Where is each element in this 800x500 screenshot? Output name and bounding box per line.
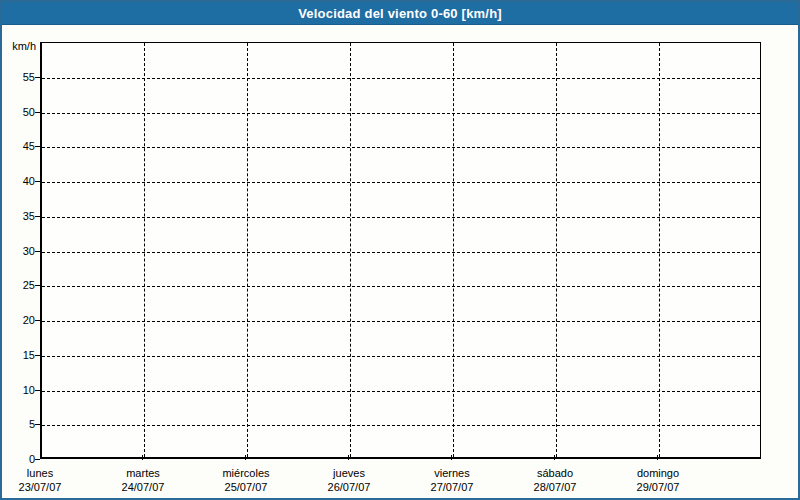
x-tick-label: lunes23/07/07	[0, 466, 95, 494]
y-tick-mark	[35, 181, 40, 182]
day-date: 28/07/07	[500, 480, 610, 494]
y-tick-label: 40	[2, 174, 35, 188]
y-gridline	[42, 217, 760, 218]
y-tick-label: 20	[2, 313, 35, 327]
y-gridline	[42, 391, 760, 392]
y-tick-label: 55	[2, 70, 35, 84]
y-gridline	[42, 321, 760, 322]
x-tick-label: miércoles25/07/07	[191, 466, 301, 494]
day-date: 29/07/07	[603, 480, 713, 494]
y-gridline	[42, 182, 760, 183]
y-tick-label: 10	[2, 383, 35, 397]
x-tick-mark	[657, 455, 658, 460]
x-tick-mark	[554, 455, 555, 460]
x-gridline	[247, 43, 248, 457]
chart-window: Velocidad del viento 0-60 [km/h] km/h 05…	[0, 0, 800, 500]
y-gridline	[42, 252, 760, 253]
y-tick-mark	[35, 390, 40, 391]
y-tick-label: 15	[2, 348, 35, 362]
plot-area	[40, 42, 761, 459]
y-tick-mark	[35, 216, 40, 217]
x-tick-label: viernes27/07/07	[397, 466, 507, 494]
y-gridline	[42, 356, 760, 357]
x-gridline	[453, 43, 454, 457]
y-tick-label: 30	[2, 244, 35, 258]
y-tick-label: 0	[2, 452, 35, 466]
x-gridline	[350, 43, 351, 457]
x-tick-label: sábado28/07/07	[500, 466, 610, 494]
y-tick-mark	[35, 459, 40, 460]
x-tick-label: martes24/07/07	[88, 466, 198, 494]
y-tick-label: 50	[2, 105, 35, 119]
y-tick-mark	[35, 77, 40, 78]
y-tick-mark	[35, 424, 40, 425]
x-tick-label: jueves26/07/07	[294, 466, 404, 494]
x-tick-mark	[451, 455, 452, 460]
y-gridline	[42, 425, 760, 426]
y-tick-label: 45	[2, 139, 35, 153]
y-gridline	[42, 113, 760, 114]
y-tick-mark	[35, 355, 40, 356]
day-date: 24/07/07	[88, 480, 198, 494]
x-tick-mark	[245, 455, 246, 460]
y-tick-mark	[35, 320, 40, 321]
y-tick-mark	[35, 112, 40, 113]
x-tick-label: domingo29/07/07	[603, 466, 713, 494]
y-gridline	[42, 78, 760, 79]
day-date: 27/07/07	[397, 480, 507, 494]
y-tick-label: 25	[2, 278, 35, 292]
y-gridline	[42, 147, 760, 148]
x-gridline	[144, 43, 145, 457]
y-tick-label: 35	[2, 209, 35, 223]
day-name: viernes	[397, 466, 507, 480]
y-tick-mark	[35, 251, 40, 252]
day-name: sábado	[500, 466, 610, 480]
day-name: jueves	[294, 466, 404, 480]
y-gridline	[42, 286, 760, 287]
y-tick-label: 5	[2, 417, 35, 431]
day-name: domingo	[603, 466, 713, 480]
x-gridline	[556, 43, 557, 457]
x-tick-mark	[142, 455, 143, 460]
day-name: lunes	[0, 466, 95, 480]
day-date: 26/07/07	[294, 480, 404, 494]
y-axis-unit-label: km/h	[2, 40, 36, 52]
y-tick-mark	[35, 285, 40, 286]
day-name: martes	[88, 466, 198, 480]
x-gridline	[659, 43, 660, 457]
y-tick-mark	[35, 146, 40, 147]
x-tick-mark	[348, 455, 349, 460]
day-name: miércoles	[191, 466, 301, 480]
chart-canvas: km/h 0510152025303540455055lunes23/07/07…	[2, 2, 798, 498]
day-date: 23/07/07	[0, 480, 95, 494]
day-date: 25/07/07	[191, 480, 301, 494]
